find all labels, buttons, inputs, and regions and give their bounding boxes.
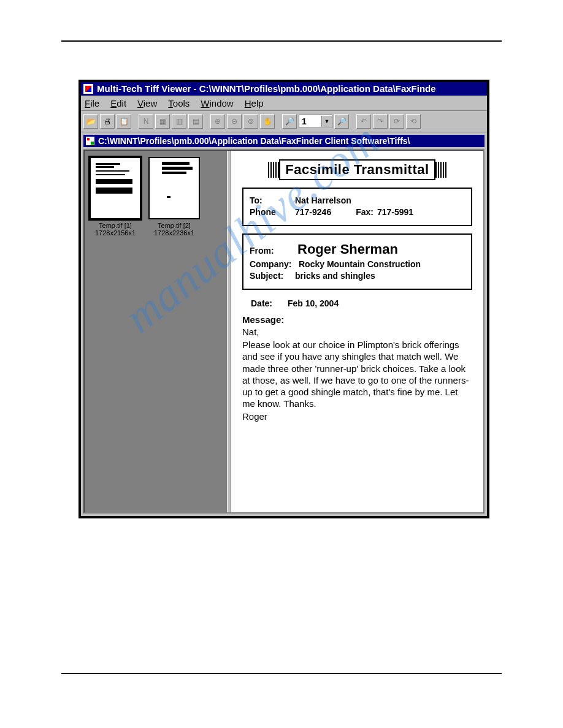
fax-label: Fax: — [356, 207, 373, 217]
fax-value: 717-5991 — [377, 207, 413, 217]
rotate-cw-icon: ⟳ — [389, 114, 404, 129]
page-number-input[interactable] — [299, 116, 321, 127]
work-area: Temp.tif [1] 1728x2156x1 Temp.tif [2] 17… — [83, 150, 484, 514]
redo-icon: ↷ — [373, 114, 388, 129]
menu-help[interactable]: Help — [245, 98, 264, 108]
company-label: Company: — [250, 259, 299, 269]
sender-box: From: Roger Sherman Company: Rocky Mount… — [242, 233, 472, 290]
zoom-out-icon: ⊖ — [227, 114, 242, 129]
thumbnail-image-2[interactable] — [148, 157, 200, 219]
message-body: Please look at our choice in Plimpton's … — [242, 339, 472, 409]
message-label: Message: — [242, 314, 472, 325]
splitter-handle[interactable] — [227, 151, 231, 512]
document-icon — [86, 137, 94, 145]
app-window: Multi-Tech Tiff Viewer - C:\WINNT\Profil… — [79, 80, 489, 518]
copy-icon[interactable]: 📋 — [117, 114, 131, 129]
phone-value: 717-9246 — [295, 207, 331, 217]
preview-pane[interactable]: Facsimile Transmittal To: Nat Harrelson … — [231, 151, 483, 512]
note-icon: N — [139, 114, 153, 129]
menu-window[interactable]: Window — [201, 98, 233, 108]
recipient-box: To: Nat Harrelson Phone 717-9246 Fax: 71… — [242, 188, 472, 226]
menu-edit[interactable]: Edit — [110, 98, 126, 108]
page-layout-1-icon: ▦ — [155, 114, 170, 129]
message-greeting: Nat, — [242, 326, 472, 338]
open-icon[interactable]: 📂 — [83, 114, 98, 129]
page-rule-top — [61, 40, 502, 42]
child-window-title: C:\WINNT\Profiles\pmb.000\Application Da… — [98, 135, 410, 147]
from-label: From: — [250, 246, 295, 256]
thumbnail-1[interactable]: Temp.tif [1] 1728x2156x1 — [90, 157, 141, 237]
thumbnail-2-name: Temp.tif [2] — [148, 222, 200, 229]
thumbnail-1-dims: 1728x2156x1 — [90, 229, 141, 237]
date-line: Date: Feb 10, 2004 — [251, 298, 472, 308]
to-label: To: — [250, 195, 295, 205]
dropdown-icon[interactable]: ▼ — [321, 116, 332, 127]
toolbar: 📂 🖨 📋 N ▦ ▥ ▤ ⊕ ⊖ ⊚ ✋ 🔎 ▼ 🔎 ↶ ↷ ⟳ ⟲ — [81, 111, 487, 132]
thumbnail-1-name: Temp.tif [1] — [90, 222, 141, 229]
page-layout-3-icon: ▤ — [188, 114, 203, 129]
phone-label: Phone — [250, 207, 295, 217]
date-value: Feb 10, 2004 — [288, 298, 339, 308]
child-window-titlebar[interactable]: C:\WINNT\Profiles\pmb.000\Application Da… — [83, 135, 484, 147]
window-title: Multi-Tech Tiff Viewer - C:\WINNT\Profil… — [97, 82, 436, 96]
company-value: Rocky Mountain Construction — [299, 259, 421, 269]
page-layout-2-icon: ▥ — [172, 114, 186, 129]
app-icon — [83, 84, 93, 94]
thumbnail-2-dims: 1728x2236x1 — [148, 229, 200, 237]
zoom-in-icon: ⊕ — [210, 114, 225, 129]
subject-value: bricks and shingles — [295, 271, 375, 281]
menu-view[interactable]: View — [137, 98, 157, 108]
thumbnail-image-1[interactable] — [90, 157, 141, 219]
undo-icon: ↶ — [356, 114, 371, 129]
to-value: Nat Harrelson — [295, 195, 351, 205]
menubar: File Edit View Tools Window Help — [81, 96, 487, 111]
fax-heading: Facsimile Transmittal — [279, 159, 435, 180]
subject-label: Subject: — [250, 271, 295, 281]
date-label: Date: — [251, 298, 285, 308]
page-rule-bottom — [61, 673, 502, 674]
rotate-ccw-icon: ⟲ — [406, 114, 421, 129]
print-icon[interactable]: 🖨 — [100, 114, 115, 129]
menu-tools[interactable]: Tools — [168, 98, 190, 108]
menu-file[interactable]: File — [85, 98, 99, 108]
barcode-left-icon — [268, 162, 279, 178]
page-number-combo[interactable]: ▼ — [299, 115, 332, 128]
thumbnail-pane: Temp.tif [1] 1728x2156x1 Temp.tif [2] 17… — [85, 151, 227, 512]
thumbnail-2[interactable]: Temp.tif [2] 1728x2236x1 — [148, 157, 200, 237]
message-signoff: Roger — [242, 411, 472, 422]
find-icon[interactable]: 🔎 — [282, 114, 297, 129]
zoom-fit-icon: ⊚ — [243, 114, 258, 129]
barcode-right-icon — [435, 162, 446, 178]
titlebar[interactable]: Multi-Tech Tiff Viewer - C:\WINNT\Profil… — [81, 82, 487, 96]
pan-icon: ✋ — [260, 114, 275, 129]
from-value: Roger Sherman — [297, 241, 398, 257]
fax-document: Facsimile Transmittal To: Nat Harrelson … — [231, 151, 483, 423]
find-next-icon[interactable]: 🔎 — [334, 114, 349, 129]
